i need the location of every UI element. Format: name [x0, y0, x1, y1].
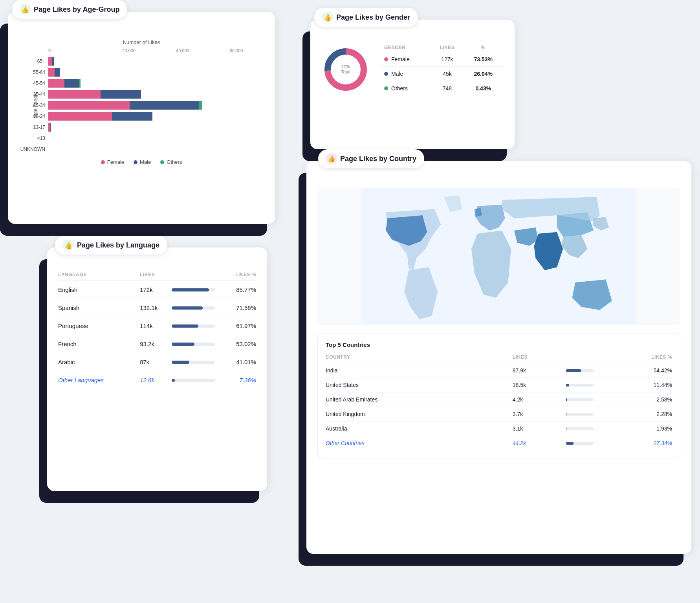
lang-row: Arabic 87k 41.01%: [58, 353, 256, 371]
country-bar-cell: [566, 422, 597, 436]
lang-bar-track: [172, 361, 215, 364]
bar-female: [48, 112, 112, 121]
lang-bar-track: [172, 379, 215, 382]
lang-bar-cell: [172, 281, 219, 299]
lang-name: Portuguese: [58, 317, 140, 335]
bar-container: [48, 145, 263, 154]
legend-item: Female: [101, 159, 124, 165]
gender-col-likes: LIKES: [431, 43, 464, 52]
lang-name: Spanish: [58, 299, 140, 317]
lang-bar-fill: [172, 361, 189, 364]
legend-item: Male: [134, 159, 151, 165]
bar-label: 13-17: [20, 125, 45, 130]
country-bar-track: [566, 384, 594, 387]
gender-content: 173k Total GENDER LIKES % Female 127k: [322, 43, 503, 95]
country-row: Other Countries 44.2k 27.34%: [326, 436, 672, 451]
country-name: Australia: [326, 422, 513, 436]
lang-bar-cell: [172, 371, 219, 389]
lang-pct: 7.36%: [219, 371, 256, 389]
country-likes: 18.5k: [513, 378, 566, 392]
country-name: India: [326, 363, 513, 378]
bar-male: [130, 101, 199, 110]
world-map: [317, 188, 680, 325]
bar-row: 13-17: [20, 123, 263, 132]
country-bar-track: [566, 442, 594, 445]
country-likes: 87.9k: [513, 363, 566, 378]
country-bar-cell: [566, 392, 597, 407]
country-pct: 1.93%: [597, 422, 672, 436]
country-bar-fill: [566, 413, 566, 416]
age-group-chart-title: Number of Likes: [20, 39, 263, 45]
y-axis-label: Age Range: [33, 93, 38, 117]
gender-table: GENDER LIKES % Female 127k 73.53% Male 4…: [381, 43, 503, 95]
country-bar-fill: [566, 369, 581, 372]
gender-row: Male 45k 26.04%: [381, 67, 503, 81]
country-name: United Kingdom: [326, 407, 513, 422]
gender-col-pct: %: [464, 43, 503, 52]
legend-label: Others: [167, 159, 182, 165]
legend-dot: [160, 160, 164, 164]
country-likes: 3.1k: [513, 422, 566, 436]
lang-row: Spanish 132.1k 71.58%: [58, 299, 256, 317]
country-likes: 4.2k: [513, 392, 566, 407]
legend-label: Female: [107, 159, 124, 165]
country-pct: 11.44%: [597, 378, 672, 392]
gender-card: 173k Total GENDER LIKES % Female 127k: [310, 20, 515, 149]
bar-female: [48, 101, 130, 110]
lang-thumb-icon: 👍: [63, 240, 74, 251]
bar-female: [48, 79, 64, 88]
country-title-pill: 👍 Page Likes by Country: [318, 149, 424, 168]
age-group-legend: Female Male Others: [20, 159, 263, 165]
lang-likes: 132.1k: [140, 299, 172, 317]
donut-label: Total: [341, 70, 350, 75]
age-group-thumb-icon: 👍: [20, 4, 31, 15]
country-row: United States 18.5k 11.44%: [326, 378, 672, 392]
lang-col-language: LANGUAGE: [58, 270, 140, 281]
bar-row: 55-64: [20, 68, 263, 77]
lang-likes: 87k: [140, 353, 172, 371]
country-bar-cell: [566, 363, 597, 378]
legend-label: Male: [140, 159, 151, 165]
legend-dot: [101, 160, 105, 164]
bar-male: [64, 79, 79, 88]
lang-name: French: [58, 335, 140, 353]
age-group-title-pill: 👍 Page Likes by Age-Group: [12, 0, 127, 19]
country-col-country: COUNTRY: [326, 353, 513, 363]
bar-row: UNKNOWN: [20, 145, 263, 154]
lang-bar-track: [172, 324, 215, 328]
bar-row: <13: [20, 134, 263, 143]
donut-center: 173k Total: [341, 64, 350, 74]
gender-row-label: Others: [381, 81, 431, 96]
country-pct: 27.34%: [597, 436, 672, 451]
lang-col-pct: LIKES %: [219, 270, 256, 281]
bar-row: 45-54: [20, 79, 263, 88]
bar-label: 65+: [20, 59, 45, 64]
gender-donut: 173k Total: [322, 46, 369, 93]
bar-row: 25-34: [20, 101, 263, 110]
donut-total: 173k: [341, 64, 350, 69]
country-col-pct: LIKES %: [597, 353, 672, 363]
country-pct: 54.42%: [597, 363, 672, 378]
gender-row-label: Male: [381, 67, 431, 81]
country-title: Page Likes by Country: [340, 155, 416, 163]
gender-dot: [384, 57, 388, 61]
gender-thumb-icon: 👍: [322, 12, 333, 23]
gender-title-pill: 👍 Page Likes by Gender: [314, 8, 418, 27]
bar-container: [48, 123, 263, 132]
lang-pct: 53.02%: [219, 335, 256, 353]
lang-bar-cell: [172, 353, 219, 371]
gender-dot: [384, 86, 388, 90]
gender-likes: 127k: [431, 52, 464, 67]
country-col-likes: LIKES: [513, 353, 566, 363]
bar-chart-wrapper: Age Range 65+ 55-64 45-54 35-44 25-34: [20, 57, 263, 154]
bar-male: [55, 68, 60, 77]
country-bar-fill: [566, 427, 566, 430]
country-bar-fill: [566, 398, 567, 401]
country-row: Australia 3.1k 1.93%: [326, 422, 672, 436]
lang-likes: 93.2k: [140, 335, 172, 353]
country-card: Top 5 Countries COUNTRY LIKES LIKES % In…: [306, 161, 691, 554]
country-bar-track: [566, 413, 594, 416]
lang-row: English 172k 85.77%: [58, 281, 256, 299]
bar-male: [50, 123, 51, 132]
gender-row: Others 748 0.43%: [381, 81, 503, 96]
